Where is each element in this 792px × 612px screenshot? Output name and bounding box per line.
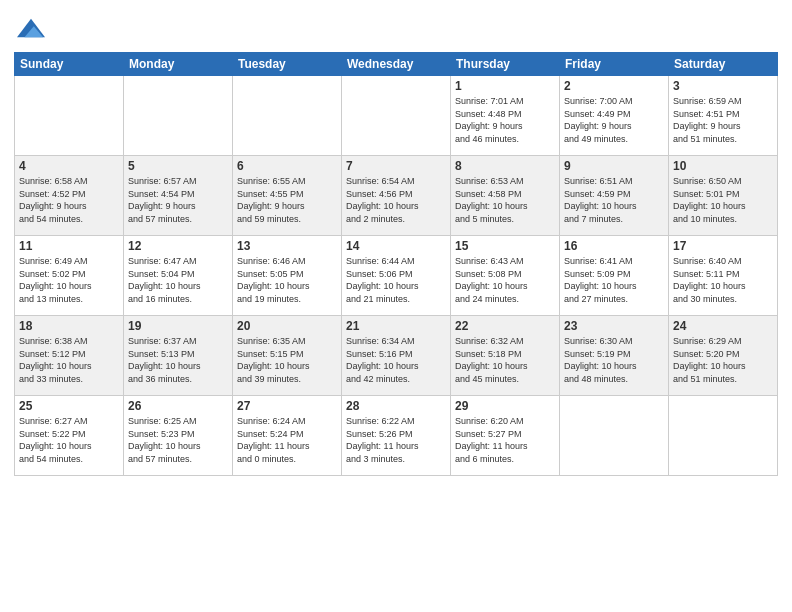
day-info: Sunrise: 6:47 AM Sunset: 5:04 PM Dayligh… bbox=[128, 255, 228, 305]
day-number: 8 bbox=[455, 159, 555, 173]
day-info: Sunrise: 7:00 AM Sunset: 4:49 PM Dayligh… bbox=[564, 95, 664, 145]
calendar-day-cell: 6Sunrise: 6:55 AM Sunset: 4:55 PM Daylig… bbox=[233, 156, 342, 236]
calendar-day-cell: 27Sunrise: 6:24 AM Sunset: 5:24 PM Dayli… bbox=[233, 396, 342, 476]
day-info: Sunrise: 6:53 AM Sunset: 4:58 PM Dayligh… bbox=[455, 175, 555, 225]
calendar-day-cell: 19Sunrise: 6:37 AM Sunset: 5:13 PM Dayli… bbox=[124, 316, 233, 396]
weekday-header: Thursday bbox=[451, 53, 560, 76]
day-number: 2 bbox=[564, 79, 664, 93]
day-info: Sunrise: 7:01 AM Sunset: 4:48 PM Dayligh… bbox=[455, 95, 555, 145]
day-info: Sunrise: 6:44 AM Sunset: 5:06 PM Dayligh… bbox=[346, 255, 446, 305]
day-info: Sunrise: 6:38 AM Sunset: 5:12 PM Dayligh… bbox=[19, 335, 119, 385]
day-info: Sunrise: 6:58 AM Sunset: 4:52 PM Dayligh… bbox=[19, 175, 119, 225]
calendar-day-cell: 10Sunrise: 6:50 AM Sunset: 5:01 PM Dayli… bbox=[669, 156, 778, 236]
day-info: Sunrise: 6:24 AM Sunset: 5:24 PM Dayligh… bbox=[237, 415, 337, 465]
day-number: 12 bbox=[128, 239, 228, 253]
calendar-day-cell: 3Sunrise: 6:59 AM Sunset: 4:51 PM Daylig… bbox=[669, 76, 778, 156]
calendar-day-cell: 7Sunrise: 6:54 AM Sunset: 4:56 PM Daylig… bbox=[342, 156, 451, 236]
day-info: Sunrise: 6:30 AM Sunset: 5:19 PM Dayligh… bbox=[564, 335, 664, 385]
day-number: 21 bbox=[346, 319, 446, 333]
calendar-day-cell bbox=[342, 76, 451, 156]
day-number: 15 bbox=[455, 239, 555, 253]
weekday-header: Sunday bbox=[15, 53, 124, 76]
day-number: 26 bbox=[128, 399, 228, 413]
day-number: 1 bbox=[455, 79, 555, 93]
weekday-header: Friday bbox=[560, 53, 669, 76]
day-info: Sunrise: 6:51 AM Sunset: 4:59 PM Dayligh… bbox=[564, 175, 664, 225]
calendar-day-cell: 20Sunrise: 6:35 AM Sunset: 5:15 PM Dayli… bbox=[233, 316, 342, 396]
calendar-day-cell: 25Sunrise: 6:27 AM Sunset: 5:22 PM Dayli… bbox=[15, 396, 124, 476]
day-number: 16 bbox=[564, 239, 664, 253]
calendar-week-row: 25Sunrise: 6:27 AM Sunset: 5:22 PM Dayli… bbox=[15, 396, 778, 476]
day-info: Sunrise: 6:29 AM Sunset: 5:20 PM Dayligh… bbox=[673, 335, 773, 385]
day-info: Sunrise: 6:49 AM Sunset: 5:02 PM Dayligh… bbox=[19, 255, 119, 305]
day-number: 5 bbox=[128, 159, 228, 173]
weekday-header: Saturday bbox=[669, 53, 778, 76]
header bbox=[14, 10, 778, 46]
calendar-week-row: 11Sunrise: 6:49 AM Sunset: 5:02 PM Dayli… bbox=[15, 236, 778, 316]
calendar-day-cell: 29Sunrise: 6:20 AM Sunset: 5:27 PM Dayli… bbox=[451, 396, 560, 476]
calendar-day-cell: 16Sunrise: 6:41 AM Sunset: 5:09 PM Dayli… bbox=[560, 236, 669, 316]
day-number: 6 bbox=[237, 159, 337, 173]
day-info: Sunrise: 6:41 AM Sunset: 5:09 PM Dayligh… bbox=[564, 255, 664, 305]
day-number: 18 bbox=[19, 319, 119, 333]
calendar-day-cell: 17Sunrise: 6:40 AM Sunset: 5:11 PM Dayli… bbox=[669, 236, 778, 316]
weekday-header: Tuesday bbox=[233, 53, 342, 76]
day-number: 23 bbox=[564, 319, 664, 333]
calendar-day-cell: 28Sunrise: 6:22 AM Sunset: 5:26 PM Dayli… bbox=[342, 396, 451, 476]
calendar-day-cell bbox=[233, 76, 342, 156]
calendar-day-cell: 12Sunrise: 6:47 AM Sunset: 5:04 PM Dayli… bbox=[124, 236, 233, 316]
day-info: Sunrise: 6:27 AM Sunset: 5:22 PM Dayligh… bbox=[19, 415, 119, 465]
day-info: Sunrise: 6:40 AM Sunset: 5:11 PM Dayligh… bbox=[673, 255, 773, 305]
day-number: 22 bbox=[455, 319, 555, 333]
calendar-day-cell: 15Sunrise: 6:43 AM Sunset: 5:08 PM Dayli… bbox=[451, 236, 560, 316]
calendar-day-cell: 14Sunrise: 6:44 AM Sunset: 5:06 PM Dayli… bbox=[342, 236, 451, 316]
day-info: Sunrise: 6:50 AM Sunset: 5:01 PM Dayligh… bbox=[673, 175, 773, 225]
day-number: 7 bbox=[346, 159, 446, 173]
page-container: SundayMondayTuesdayWednesdayThursdayFrid… bbox=[0, 0, 792, 486]
day-number: 9 bbox=[564, 159, 664, 173]
day-number: 17 bbox=[673, 239, 773, 253]
day-number: 10 bbox=[673, 159, 773, 173]
calendar-day-cell bbox=[15, 76, 124, 156]
day-number: 4 bbox=[19, 159, 119, 173]
day-info: Sunrise: 6:35 AM Sunset: 5:15 PM Dayligh… bbox=[237, 335, 337, 385]
calendar-day-cell: 2Sunrise: 7:00 AM Sunset: 4:49 PM Daylig… bbox=[560, 76, 669, 156]
calendar-day-cell bbox=[560, 396, 669, 476]
day-number: 19 bbox=[128, 319, 228, 333]
day-info: Sunrise: 6:43 AM Sunset: 5:08 PM Dayligh… bbox=[455, 255, 555, 305]
calendar-day-cell: 24Sunrise: 6:29 AM Sunset: 5:20 PM Dayli… bbox=[669, 316, 778, 396]
calendar-day-cell: 23Sunrise: 6:30 AM Sunset: 5:19 PM Dayli… bbox=[560, 316, 669, 396]
day-number: 13 bbox=[237, 239, 337, 253]
calendar-day-cell: 22Sunrise: 6:32 AM Sunset: 5:18 PM Dayli… bbox=[451, 316, 560, 396]
calendar-week-row: 1Sunrise: 7:01 AM Sunset: 4:48 PM Daylig… bbox=[15, 76, 778, 156]
day-number: 20 bbox=[237, 319, 337, 333]
day-info: Sunrise: 6:55 AM Sunset: 4:55 PM Dayligh… bbox=[237, 175, 337, 225]
day-number: 14 bbox=[346, 239, 446, 253]
logo-icon bbox=[17, 14, 45, 42]
day-info: Sunrise: 6:20 AM Sunset: 5:27 PM Dayligh… bbox=[455, 415, 555, 465]
day-info: Sunrise: 6:22 AM Sunset: 5:26 PM Dayligh… bbox=[346, 415, 446, 465]
calendar-table: SundayMondayTuesdayWednesdayThursdayFrid… bbox=[14, 52, 778, 476]
day-info: Sunrise: 6:34 AM Sunset: 5:16 PM Dayligh… bbox=[346, 335, 446, 385]
calendar-day-cell: 11Sunrise: 6:49 AM Sunset: 5:02 PM Dayli… bbox=[15, 236, 124, 316]
day-info: Sunrise: 6:32 AM Sunset: 5:18 PM Dayligh… bbox=[455, 335, 555, 385]
day-number: 28 bbox=[346, 399, 446, 413]
day-number: 25 bbox=[19, 399, 119, 413]
day-number: 29 bbox=[455, 399, 555, 413]
calendar-day-cell: 1Sunrise: 7:01 AM Sunset: 4:48 PM Daylig… bbox=[451, 76, 560, 156]
calendar-day-cell: 8Sunrise: 6:53 AM Sunset: 4:58 PM Daylig… bbox=[451, 156, 560, 236]
day-number: 11 bbox=[19, 239, 119, 253]
calendar-day-cell: 5Sunrise: 6:57 AM Sunset: 4:54 PM Daylig… bbox=[124, 156, 233, 236]
weekday-header: Monday bbox=[124, 53, 233, 76]
day-info: Sunrise: 6:37 AM Sunset: 5:13 PM Dayligh… bbox=[128, 335, 228, 385]
calendar-day-cell: 21Sunrise: 6:34 AM Sunset: 5:16 PM Dayli… bbox=[342, 316, 451, 396]
calendar-week-row: 4Sunrise: 6:58 AM Sunset: 4:52 PM Daylig… bbox=[15, 156, 778, 236]
day-info: Sunrise: 6:54 AM Sunset: 4:56 PM Dayligh… bbox=[346, 175, 446, 225]
day-number: 27 bbox=[237, 399, 337, 413]
day-info: Sunrise: 6:59 AM Sunset: 4:51 PM Dayligh… bbox=[673, 95, 773, 145]
weekday-header: Wednesday bbox=[342, 53, 451, 76]
day-info: Sunrise: 6:46 AM Sunset: 5:05 PM Dayligh… bbox=[237, 255, 337, 305]
calendar-day-cell bbox=[669, 396, 778, 476]
calendar-header-row: SundayMondayTuesdayWednesdayThursdayFrid… bbox=[15, 53, 778, 76]
day-info: Sunrise: 6:25 AM Sunset: 5:23 PM Dayligh… bbox=[128, 415, 228, 465]
